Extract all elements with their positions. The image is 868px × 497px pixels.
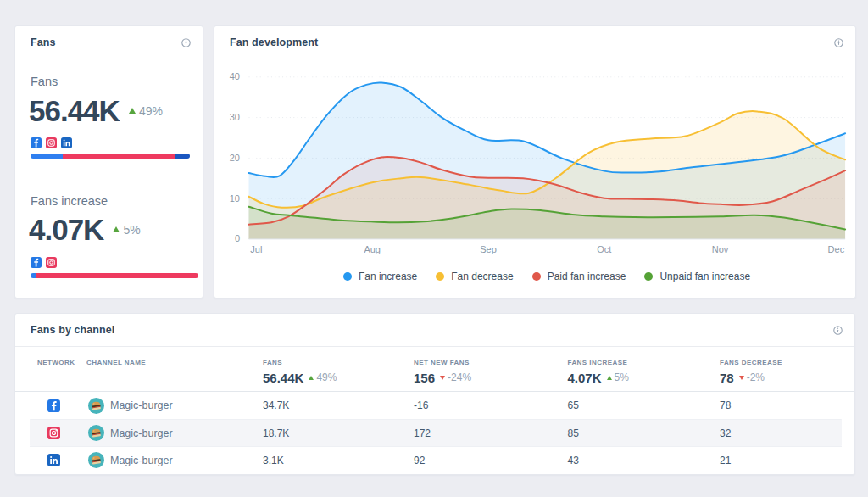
legend-label: Fan increase [359, 271, 417, 282]
cell-net-new-fans: 172 [414, 427, 568, 439]
info-icon[interactable] [833, 326, 843, 335]
metric-delta: 5% [113, 223, 140, 237]
y-tick-label: 0 [235, 233, 240, 243]
column-header-net-new-fans[interactable]: NET NEW FANS [414, 359, 568, 366]
trend-up-icon [129, 108, 136, 114]
y-tick-label: 20 [230, 153, 240, 163]
legend-dot [532, 272, 541, 281]
fans-distribution-bar [31, 154, 190, 159]
table-row[interactable]: Magic-burger 3.1K 92 43 21 [30, 446, 842, 473]
cell-fans: 34.7K [263, 399, 414, 411]
column-header-network[interactable]: NETWORK [30, 359, 86, 366]
legend-dot [343, 272, 352, 281]
summary-fans-increase: 4.07K 5% [568, 371, 721, 385]
summary-delta: -2% [739, 371, 765, 383]
fans-by-channel-title: Fans by channel [31, 324, 114, 336]
summary-fans-decrease-delta: -2% [747, 371, 765, 383]
instagram-icon [46, 137, 57, 148]
summary-net-new-fans-delta: -24% [448, 371, 471, 383]
cell-fans-increase: 43 [568, 455, 721, 466]
channel-avatar [88, 452, 104, 468]
metric-value-row: 56.44K 49% [29, 94, 163, 128]
channel-name: Magic-burger [110, 399, 173, 411]
legend-item[interactable]: Paid fan increase [532, 271, 626, 282]
column-header-fans-increase[interactable]: FANS INCREASE [568, 359, 721, 366]
trend-down-icon [440, 376, 445, 380]
y-tick-label: 10 [230, 193, 240, 204]
summary-delta: 5% [607, 371, 629, 383]
fans-widget: Fans Fans 56.44K 49% Fans increase 4.07K… [14, 25, 203, 299]
x-tick-label: Oct [597, 244, 611, 254]
summary-fans-increase-value: 4.07K [568, 371, 602, 385]
legend-label: Paid fan increase [548, 271, 626, 282]
cell-fans-increase: 65 [568, 399, 721, 411]
metric-value: 4.07K [29, 213, 103, 247]
network-icons-row [31, 137, 72, 148]
chart-legend: Fan increase Fan decrease Paid fan incre… [214, 270, 855, 283]
trend-up-icon [113, 226, 120, 232]
cell-fans: 18.7K [263, 427, 414, 439]
legend-label: Fan decrease [451, 271, 513, 282]
summary-fans: 56.44K 49% [263, 371, 414, 385]
metric-value: 56.44K [29, 94, 120, 128]
info-icon[interactable] [181, 38, 192, 47]
table-row[interactable]: Magic-burger 18.7K 172 85 32 [30, 419, 842, 446]
facebook-icon [31, 257, 42, 268]
x-tick-label: Nov [712, 244, 729, 254]
table-row[interactable]: Magic-burger 34.7K -16 65 78 [30, 392, 842, 419]
fans-increase-distribution-bar [31, 273, 198, 278]
divider [15, 176, 203, 176]
summary-net-new-fans-value: 156 [414, 371, 435, 385]
summary-delta: -24% [440, 371, 471, 383]
fan-development-widget: Fan development 010203040JulAugSepOctNov… [214, 25, 856, 299]
channel-name: Magic-burger [110, 427, 173, 439]
y-tick-label: 30 [230, 112, 240, 122]
legend-item[interactable]: Fan increase [343, 271, 417, 282]
legend-dot [644, 272, 653, 281]
summary-net-new-fans: 156 -24% [414, 371, 568, 385]
instagram-icon [46, 257, 57, 268]
x-tick-label: Aug [364, 244, 381, 254]
legend-dot [436, 272, 444, 281]
bar-segment-instagram [36, 273, 198, 278]
legend-item[interactable]: Fan decrease [436, 271, 513, 282]
summary-fans-value: 56.44K [263, 371, 303, 385]
metric-delta-pct: 49% [139, 104, 163, 118]
network-icons-row [31, 257, 57, 268]
channel-avatar [88, 425, 104, 441]
metric-delta-pct: 5% [123, 223, 140, 237]
linkedin-icon [61, 137, 72, 148]
facebook-icon [31, 137, 42, 148]
column-header-fans-decrease[interactable]: FANS DECREASE [720, 359, 842, 366]
metric-label: Fans increase [31, 194, 108, 208]
y-tick-label: 40 [230, 71, 240, 81]
trend-up-icon [607, 376, 612, 380]
fans-widget-title: Fans [31, 36, 56, 48]
cell-fans-decrease: 32 [720, 427, 842, 439]
column-header-fans[interactable]: FANS [263, 359, 414, 366]
cell-fans-increase: 85 [568, 427, 721, 439]
fans-widget-header: Fans [15, 26, 203, 59]
channel-name: Magic-burger [110, 455, 173, 466]
metric-value-row: 4.07K 5% [29, 213, 141, 247]
x-tick-label: Jul [250, 244, 262, 254]
x-tick-label: Dec [828, 244, 845, 254]
fans-by-channel-header: Fans by channel [15, 314, 854, 347]
legend-item[interactable]: Unpaid fan increase [644, 271, 750, 282]
facebook-icon [47, 399, 60, 412]
summary-delta: 49% [309, 371, 337, 383]
cell-net-new-fans: 92 [414, 455, 568, 466]
table-body: Magic-burger 34.7K -16 65 78 Magic-burge… [30, 392, 842, 473]
table-summary-row: 56.44K 49% 156 -24% 4.07K 5% 78 -2% [30, 368, 842, 387]
cell-fans-decrease: 21 [720, 455, 842, 466]
table-column-headers: NETWORK CHANNEL NAME FANS NET NEW FANS F… [30, 359, 842, 366]
column-header-channel-name[interactable]: CHANNEL NAME [86, 359, 263, 366]
trend-up-icon [309, 376, 314, 380]
bar-segment-linkedin [175, 154, 190, 159]
metric-delta: 49% [129, 104, 163, 118]
cell-fans-decrease: 78 [720, 399, 842, 411]
summary-fans-decrease: 78 -2% [720, 371, 842, 385]
bar-segment-facebook [31, 154, 63, 159]
fan-development-chart[interactable]: 010203040JulAugSepOctNovDec [214, 26, 857, 299]
x-tick-label: Sep [480, 244, 497, 254]
